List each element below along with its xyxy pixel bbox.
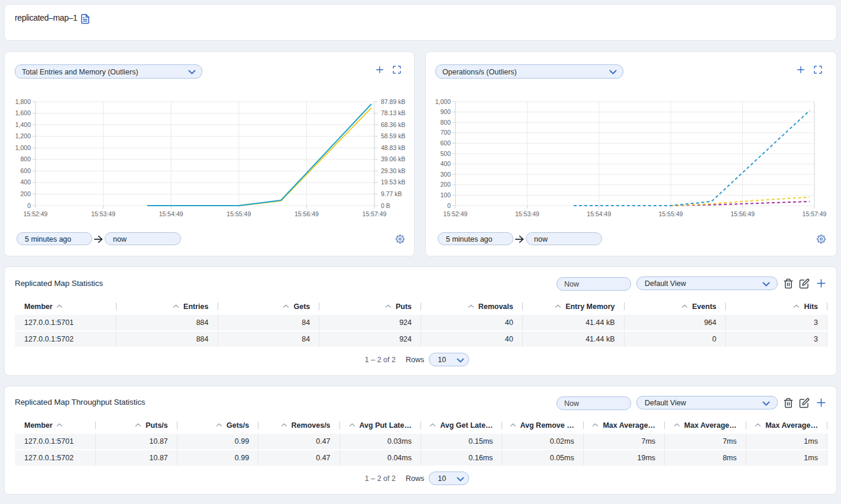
svg-text:1,400: 1,400: [15, 121, 31, 128]
svg-text:400: 400: [440, 160, 451, 167]
svg-text:15:55:49: 15:55:49: [227, 210, 251, 217]
svg-text:600: 600: [20, 167, 31, 174]
svg-text:1,200: 1,200: [15, 132, 31, 139]
svg-text:1,800: 1,800: [15, 98, 31, 105]
svg-text:9.77 kB: 9.77 kB: [381, 190, 402, 197]
svg-text:15:53:49: 15:53:49: [515, 210, 539, 217]
svg-text:200: 200: [20, 190, 31, 197]
svg-text:500: 500: [440, 150, 451, 157]
svg-text:15:55:49: 15:55:49: [659, 210, 683, 217]
svg-text:1,000: 1,000: [435, 98, 451, 105]
svg-text:300: 300: [440, 171, 451, 178]
svg-text:15:54:49: 15:54:49: [159, 210, 183, 217]
svg-text:0: 0: [27, 202, 31, 209]
svg-text:15:56:49: 15:56:49: [730, 210, 755, 217]
svg-text:15:54:49: 15:54:49: [587, 210, 611, 217]
svg-text:48.83 kB: 48.83 kB: [381, 144, 405, 151]
svg-text:700: 700: [440, 129, 451, 136]
svg-text:900: 900: [440, 108, 451, 115]
svg-text:29.30 kB: 29.30 kB: [381, 167, 405, 174]
svg-text:800: 800: [440, 119, 451, 126]
svg-text:0: 0: [447, 202, 451, 209]
svg-text:1,000: 1,000: [15, 144, 31, 151]
svg-text:78.13 kB: 78.13 kB: [381, 109, 405, 116]
svg-text:600: 600: [440, 139, 451, 147]
svg-text:15:57:49: 15:57:49: [363, 210, 387, 217]
svg-text:0 B: 0 B: [381, 202, 390, 209]
svg-text:39.06 kB: 39.06 kB: [381, 155, 405, 162]
svg-text:1,600: 1,600: [15, 109, 31, 116]
svg-text:87.89 kB: 87.89 kB: [381, 98, 405, 105]
svg-text:800: 800: [20, 155, 31, 162]
svg-text:200: 200: [440, 181, 451, 188]
svg-text:15:53:49: 15:53:49: [91, 210, 115, 217]
svg-text:15:57:49: 15:57:49: [803, 210, 827, 217]
svg-text:19.53 kB: 19.53 kB: [381, 178, 405, 186]
svg-text:15:56:49: 15:56:49: [295, 210, 319, 217]
svg-text:68.36 kB: 68.36 kB: [381, 121, 405, 128]
svg-text:100: 100: [440, 191, 451, 199]
svg-text:15:52:49: 15:52:49: [444, 210, 468, 217]
svg-text:15:52:49: 15:52:49: [24, 210, 48, 217]
svg-text:58.59 kB: 58.59 kB: [381, 132, 405, 139]
svg-text:400: 400: [20, 178, 31, 186]
